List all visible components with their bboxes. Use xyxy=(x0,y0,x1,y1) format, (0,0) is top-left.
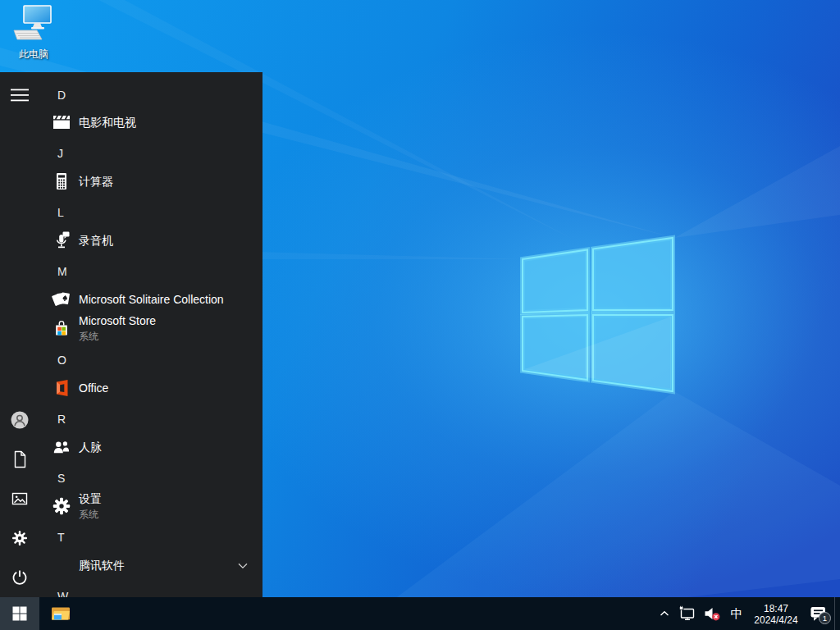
show-desktop-button[interactable] xyxy=(834,597,840,630)
letter-header-l[interactable]: L xyxy=(0,203,262,222)
clock[interactable]: 18:47 2024/4/24 xyxy=(749,597,803,630)
ime-indicator[interactable]: 中 xyxy=(724,597,749,630)
app-title: 腾讯软件 xyxy=(79,559,125,572)
app-subtitle: 系统 xyxy=(79,509,98,520)
volume-muted-icon xyxy=(702,604,722,623)
app-title: 电影和电视 xyxy=(79,116,136,129)
action-center-button[interactable]: 1 xyxy=(803,597,834,630)
this-pc-computer-icon xyxy=(11,5,57,43)
letter-header-r[interactable]: R xyxy=(0,409,262,429)
office-logo-icon xyxy=(51,377,72,399)
app-subtitle: 系统 xyxy=(79,331,98,342)
movies-tv-clapperboard-icon xyxy=(51,112,72,133)
voice-recorder-mic-icon xyxy=(51,230,72,251)
letter-header-w[interactable]: W xyxy=(0,587,262,597)
app-item-microsoft-store[interactable]: Microsoft Store 系统 xyxy=(0,312,262,345)
network-status-button[interactable] xyxy=(675,597,700,630)
notification-badge: 1 xyxy=(819,612,831,624)
letter-header-j[interactable]: J xyxy=(0,144,262,163)
letter-header-s[interactable]: S xyxy=(0,468,262,488)
app-title: Microsoft Store xyxy=(79,314,156,327)
clock-time: 18:47 xyxy=(754,603,797,614)
app-item-people[interactable]: 人脉 xyxy=(0,432,262,462)
desktop-icon-this-pc[interactable]: 此电脑 xyxy=(7,5,61,62)
app-item-voice-recorder[interactable]: 录音机 xyxy=(0,226,262,255)
desktop-icon-label: 此电脑 xyxy=(7,48,61,62)
app-title: 人脉 xyxy=(79,441,102,454)
system-tray: 中 18:47 2024/4/24 1 xyxy=(654,597,840,630)
app-item-office[interactable]: Office xyxy=(0,373,262,403)
letter-header-d[interactable]: D xyxy=(0,85,262,105)
app-title: 计算器 xyxy=(79,175,113,188)
solitaire-cards-icon xyxy=(51,289,72,310)
app-group-tencent-software[interactable]: 腾讯软件 xyxy=(0,550,262,580)
wallpaper-windows-logo xyxy=(523,238,673,391)
start-button[interactable] xyxy=(0,597,39,630)
taskbar: 中 18:47 2024/4/24 1 xyxy=(0,597,840,630)
clock-date: 2024/4/24 xyxy=(754,614,797,626)
app-title: Office xyxy=(79,381,108,395)
store-bag-icon xyxy=(51,317,72,339)
people-icon xyxy=(51,436,72,458)
chevron-down-icon[interactable] xyxy=(238,558,248,573)
app-item-calculator[interactable]: 计算器 xyxy=(0,167,262,196)
letter-header-m[interactable]: M xyxy=(0,262,262,281)
app-item-solitaire[interactable]: Microsoft Solitaire Collection xyxy=(0,285,262,314)
volume-button[interactable] xyxy=(700,597,724,630)
app-item-movies-tv[interactable]: 电影和电视 xyxy=(0,107,262,137)
letter-header-t[interactable]: T xyxy=(0,527,262,547)
app-title: 设置 xyxy=(79,492,102,505)
windows-desktop: 此电脑 xyxy=(0,0,840,630)
letter-header-o[interactable]: O xyxy=(0,350,262,370)
calculator-icon xyxy=(51,171,72,192)
file-explorer-button[interactable] xyxy=(41,597,80,630)
app-title: 录音机 xyxy=(79,234,113,247)
app-item-settings[interactable]: 设置 系统 xyxy=(0,490,262,523)
start-menu: D 电影和电视 J xyxy=(0,72,262,597)
app-title: Microsoft Solitaire Collection xyxy=(79,293,224,306)
start-windows-icon xyxy=(12,606,27,621)
network-ethernet-icon xyxy=(678,605,696,623)
tray-expand-chevron-icon xyxy=(658,607,671,620)
tray-expand-button[interactable] xyxy=(654,597,675,630)
settings-gear-icon xyxy=(51,495,72,517)
file-explorer-folder-icon xyxy=(50,604,71,623)
